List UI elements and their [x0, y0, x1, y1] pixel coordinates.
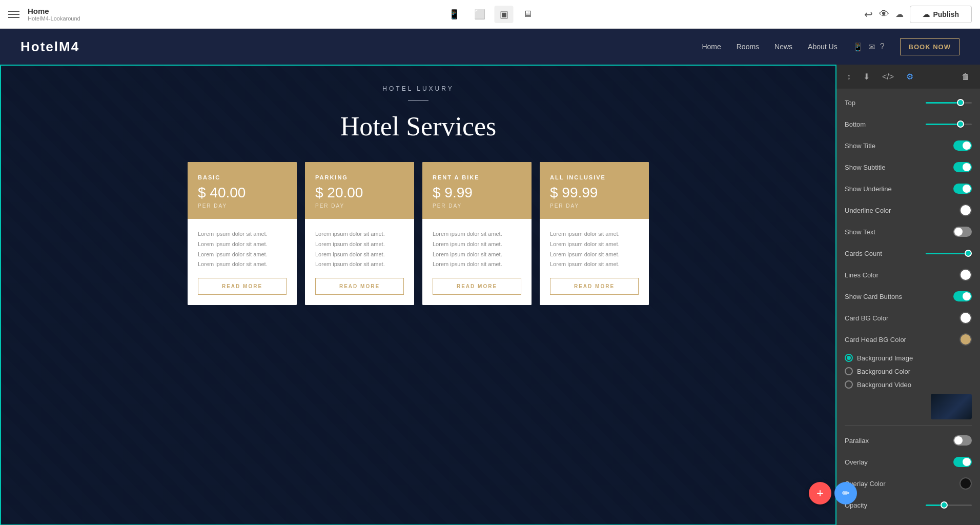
add-section-button[interactable]: +: [809, 482, 831, 504]
email-icon[interactable]: ✉: [868, 42, 875, 52]
section-divider: [408, 100, 428, 101]
preview-button[interactable]: 👁: [879, 8, 889, 20]
lines-color-row: Lines Color: [845, 268, 972, 282]
cloud-icon: ☁: [923, 10, 930, 18]
opacity-label: Opacity: [845, 501, 926, 509]
bottom-label: Bottom: [845, 120, 926, 128]
card-read-more-bike[interactable]: READ MORE: [433, 278, 521, 295]
parallax-label: Parallax: [845, 437, 953, 445]
show-underline-row: Show Underline: [845, 181, 972, 196]
show-subtitle-row: Show Subtitle: [845, 160, 972, 174]
desktop-device-btn[interactable]: 🖥: [518, 6, 537, 23]
service-card-inclusive: ALL INCLUSIVE $ 99.99 PER DAY Lorem ipsu…: [540, 162, 649, 305]
bg-image-radio[interactable]: [845, 354, 853, 362]
card-period-inclusive: PER DAY: [550, 203, 639, 209]
show-card-buttons-label: Show Card Buttons: [845, 293, 953, 300]
service-card-bike: RENT A BIKE $ 9.99 PER DAY Lorem ipsum d…: [422, 162, 532, 305]
site-header: HotelM4 Home Rooms News About Us 📱 ✉ ? B…: [0, 29, 980, 65]
lines-color-label: Lines Color: [845, 271, 959, 279]
card-read-more-inclusive[interactable]: READ MORE: [550, 278, 639, 295]
card-head-basic: BASIC $ 40.00 PER DAY: [188, 162, 297, 219]
show-subtitle-toggle[interactable]: [953, 162, 972, 172]
bg-image-label: Background Image: [857, 354, 913, 362]
site-logo: HotelM4: [21, 39, 79, 55]
bg-preview-thumbnail[interactable]: [931, 394, 972, 419]
nav-about[interactable]: About Us: [808, 43, 838, 51]
canvas: HOTEL LUXURY Hotel Services BASIC $ 40.0…: [0, 65, 836, 525]
cards-count-label: Cards Count: [845, 250, 926, 257]
card-bg-color-label: Card BG Color: [845, 314, 959, 322]
bottom-slider-control[interactable]: [926, 124, 972, 125]
show-text-row: Show Text: [845, 225, 972, 239]
book-now-button[interactable]: BOOK NOW: [900, 38, 959, 55]
card-bg-color-swatch[interactable]: [959, 312, 972, 324]
settings-icon[interactable]: ⚙: [902, 69, 917, 85]
show-underline-label: Show Underline: [845, 185, 953, 193]
bg-preview-inner: [931, 394, 972, 419]
nav-rooms[interactable]: Rooms: [737, 43, 759, 51]
overlay-toggle[interactable]: [953, 457, 972, 467]
opacity-slider-control[interactable]: [926, 504, 972, 506]
tablet-device-btn[interactable]: ⬜: [469, 6, 491, 23]
card-read-more-parking[interactable]: READ MORE: [315, 278, 404, 295]
show-text-toggle[interactable]: [953, 227, 972, 237]
panel-body: Top Bottom: [836, 89, 980, 525]
card-price-basic: $ 40.00: [198, 185, 287, 201]
show-card-buttons-toggle[interactable]: [953, 291, 972, 301]
nav-icons: 📱 ✉ ?: [853, 42, 885, 52]
card-head-bg-color-swatch[interactable]: [959, 333, 972, 346]
overlay-color-row: Overlay Color: [845, 476, 972, 491]
cards-grid: BASIC $ 40.00 PER DAY Lorem ipsum dolor …: [188, 162, 649, 305]
mobile-device-btn[interactable]: 📱: [443, 6, 465, 23]
cards-count-slider-track[interactable]: [926, 253, 972, 254]
bottom-slider-track[interactable]: [926, 124, 972, 125]
cards-count-slider-control[interactable]: [926, 253, 972, 254]
top-slider-control[interactable]: [926, 102, 972, 104]
card-body-basic: Lorem ipsum dolor sit amet. Lorem ipsum …: [188, 219, 297, 305]
nav-news[interactable]: News: [774, 43, 792, 51]
overlay-color-swatch[interactable]: [959, 477, 972, 490]
card-price-inclusive: $ 99.99: [550, 185, 639, 201]
card-head-bike: RENT A BIKE $ 9.99 PER DAY: [422, 162, 532, 219]
service-card-parking: PARKING $ 20.00 PER DAY Lorem ipsum dolo…: [305, 162, 414, 305]
show-underline-toggle[interactable]: [953, 184, 972, 194]
top-slider-track[interactable]: [926, 102, 972, 104]
site-info: Home HotelM4-Lookaround: [28, 7, 80, 22]
card-read-more-basic[interactable]: READ MORE: [198, 278, 287, 295]
underline-color-swatch[interactable]: [959, 204, 972, 216]
card-period-parking: PER DAY: [315, 203, 404, 209]
bg-video-radio-row: Background Video: [845, 380, 972, 389]
sort-icon[interactable]: ↕: [843, 69, 855, 85]
undo-button[interactable]: ↩: [864, 8, 873, 21]
cloud-upload-icon[interactable]: ☁: [895, 9, 904, 19]
show-subtitle-label: Show Subtitle: [845, 164, 953, 171]
help-icon[interactable]: ?: [880, 42, 885, 51]
download-icon[interactable]: ⬇: [859, 69, 874, 85]
publish-button[interactable]: ☁ Publish: [910, 6, 972, 23]
top-setting-row: Top: [845, 95, 972, 110]
phone-icon[interactable]: 📱: [853, 42, 863, 52]
code-icon[interactable]: </>: [878, 69, 898, 85]
parallax-toggle[interactable]: [953, 435, 972, 446]
overlay-label: Overlay: [845, 458, 953, 466]
show-title-toggle[interactable]: [953, 140, 972, 151]
bg-color-radio[interactable]: [845, 367, 853, 375]
card-body-parking: Lorem ipsum dolor sit amet. Lorem ipsum …: [305, 219, 414, 305]
edit-mode-button[interactable]: ✏: [834, 482, 857, 504]
right-panel: ↕ ⬇ </> ⚙ 🗑 Top Bottom: [836, 65, 980, 525]
card-head-inclusive: ALL INCLUSIVE $ 99.99 PER DAY: [540, 162, 649, 219]
card-text-inclusive: Lorem ipsum dolor sit amet. Lorem ipsum …: [550, 229, 639, 270]
nav-home[interactable]: Home: [702, 43, 721, 51]
toolbar-right: ↩ 👁 ☁ ☁ Publish: [864, 6, 972, 23]
lines-color-swatch[interactable]: [959, 269, 972, 281]
card-text-bike: Lorem ipsum dolor sit amet. Lorem ipsum …: [433, 229, 521, 270]
bg-video-label: Background Video: [857, 381, 911, 389]
card-period-basic: PER DAY: [198, 203, 287, 209]
bg-video-radio[interactable]: [845, 380, 853, 389]
card-head-parking: PARKING $ 20.00 PER DAY: [305, 162, 414, 219]
opacity-slider-track[interactable]: [926, 504, 972, 506]
hamburger-menu[interactable]: [8, 11, 19, 18]
top-label: Top: [845, 99, 926, 107]
split-device-btn[interactable]: ▣: [495, 6, 514, 23]
trash-icon[interactable]: 🗑: [957, 69, 974, 85]
